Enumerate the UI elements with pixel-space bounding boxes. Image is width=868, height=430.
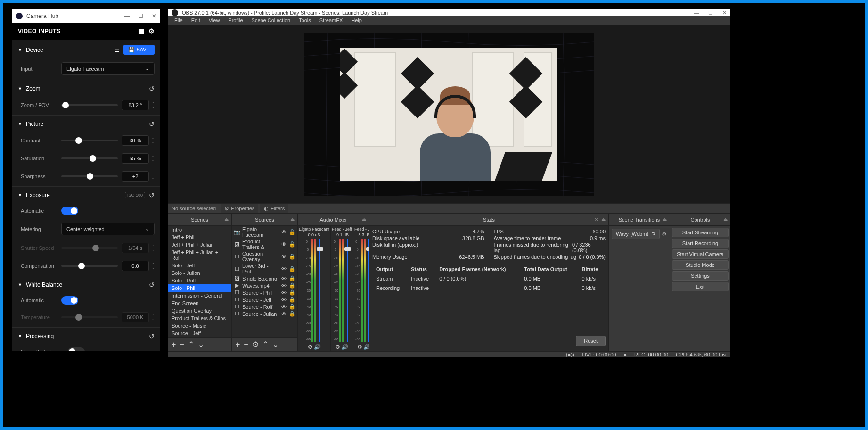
visibility-icon[interactable]: 👁 bbox=[280, 290, 287, 296]
scene-item[interactable]: Solo - Rolf bbox=[168, 277, 231, 284]
source-item[interactable]: ☐Source - Jeff👁🔒 bbox=[232, 296, 297, 303]
zoom-section-header[interactable]: ▼ Zoom ↺ bbox=[12, 80, 160, 97]
scene-item[interactable]: Solo - Julian bbox=[168, 269, 231, 277]
source-item[interactable]: 🖼Product Trailers &👁🔓 bbox=[232, 238, 297, 250]
move-down-icon[interactable]: ⌄ bbox=[272, 340, 278, 349]
scene-item[interactable]: Intermission - General bbox=[168, 292, 231, 299]
auto-wb-toggle[interactable] bbox=[61, 296, 78, 305]
layout-icon[interactable]: ▥ bbox=[138, 27, 145, 35]
minimize-icon[interactable]: — bbox=[124, 13, 130, 19]
picture-section-header[interactable]: ▼ Picture ↺ bbox=[12, 115, 160, 132]
sliders-icon[interactable]: ⚌ bbox=[114, 46, 120, 53]
visibility-icon[interactable]: 👁 bbox=[280, 311, 287, 317]
preview-canvas[interactable] bbox=[304, 33, 594, 196]
undock-icon[interactable]: ⏏ bbox=[723, 217, 728, 222]
saturation-value[interactable]: 55 % bbox=[122, 153, 149, 164]
sharpness-slider[interactable] bbox=[61, 175, 118, 177]
move-down-icon[interactable]: ⌄ bbox=[198, 340, 204, 349]
scene-item[interactable]: Jeff + Phil + Julian + Rolf bbox=[168, 248, 231, 262]
filters-button[interactable]: ◐Filters bbox=[260, 204, 288, 213]
exit-button[interactable]: Exit bbox=[672, 282, 729, 291]
undock-icon[interactable]: ⏏ bbox=[290, 217, 295, 222]
source-item[interactable]: ☐Lower 3rd - Phil👁🔒 bbox=[232, 263, 297, 275]
lock-icon[interactable]: 🔒 bbox=[289, 266, 295, 272]
scene-item[interactable]: Source - Music bbox=[168, 322, 231, 330]
reset-icon[interactable]: ↺ bbox=[149, 281, 155, 289]
contrast-slider[interactable] bbox=[61, 140, 118, 141]
channel-mute-icon[interactable]: 🔊 bbox=[363, 344, 369, 350]
lock-icon[interactable]: 🔒 bbox=[289, 289, 295, 296]
start-recording-button[interactable]: Start Recording bbox=[672, 239, 729, 248]
source-item[interactable]: 🖼Single Box.png👁🔒 bbox=[232, 275, 297, 282]
lock-icon[interactable]: 🔒 bbox=[289, 304, 295, 310]
visibility-icon[interactable]: 👁 bbox=[280, 297, 287, 303]
channel-mute-icon[interactable]: 🔊 bbox=[341, 344, 348, 350]
reset-icon[interactable]: ↺ bbox=[149, 85, 155, 92]
reset-icon[interactable]: ↺ bbox=[149, 120, 155, 128]
undock-icon[interactable]: ⏏ bbox=[224, 217, 229, 222]
visibility-icon[interactable]: 👁 bbox=[280, 304, 287, 310]
step-down-icon[interactable]: ⌄ bbox=[152, 176, 155, 180]
undock-icon[interactable]: ⏏ bbox=[663, 217, 667, 222]
minimize-icon[interactable]: — bbox=[694, 10, 699, 16]
auto-exposure-toggle[interactable] bbox=[61, 207, 78, 215]
add-icon[interactable]: + bbox=[172, 340, 176, 349]
scene-item[interactable]: Jeff + Phil + Julian bbox=[168, 241, 231, 248]
reset-icon[interactable]: ↺ bbox=[149, 191, 155, 199]
lock-icon[interactable]: 🔒 bbox=[289, 275, 295, 281]
remove-icon[interactable]: − bbox=[180, 340, 184, 349]
visibility-icon[interactable]: 👁 bbox=[280, 229, 287, 235]
source-item[interactable]: 📷Elgato Facecam👁🔓 bbox=[232, 226, 297, 238]
lock-icon[interactable]: 🔓 bbox=[289, 241, 295, 248]
menu-scene-collection[interactable]: Scene Collection bbox=[248, 16, 295, 25]
fov-value[interactable]: 83.2 ° bbox=[122, 100, 149, 110]
transition-select[interactable]: Wavy (Webm) ⇅ bbox=[612, 229, 660, 239]
menu-view[interactable]: View bbox=[205, 16, 224, 25]
visibility-icon[interactable]: 👁 bbox=[280, 276, 287, 281]
close-icon[interactable]: ✕ bbox=[152, 13, 156, 19]
step-up-icon[interactable]: ⌃ bbox=[152, 102, 155, 105]
sources-list[interactable]: 📷Elgato Facecam👁🔓🖼Product Trailers &👁🔓☐Q… bbox=[232, 226, 297, 337]
lock-icon[interactable]: 🔒 bbox=[289, 311, 295, 317]
channel-settings-icon[interactable]: ⚙ bbox=[357, 344, 362, 350]
step-down-icon[interactable]: ⌄ bbox=[152, 158, 155, 162]
scene-item[interactable]: Product Trailers & Clips bbox=[168, 314, 231, 322]
step-down-icon[interactable]: ⌄ bbox=[152, 266, 155, 269]
settings-button[interactable]: Settings bbox=[672, 271, 729, 281]
channel-fader[interactable] bbox=[319, 239, 320, 342]
channel-fader[interactable] bbox=[347, 239, 348, 342]
camhub-titlebar[interactable]: Camera Hub — ☐ ✕ bbox=[12, 9, 160, 23]
device-section-header[interactable]: ▼ Device ⚌ 💾 SAVE bbox=[12, 40, 160, 59]
camera-source-frame[interactable] bbox=[340, 48, 557, 181]
reset-icon[interactable]: ↺ bbox=[149, 332, 155, 340]
remove-icon[interactable]: − bbox=[244, 340, 248, 349]
step-up-icon[interactable]: ⌃ bbox=[152, 155, 155, 158]
close-icon[interactable]: ✕ bbox=[594, 217, 598, 222]
visibility-icon[interactable]: 👁 bbox=[280, 283, 287, 289]
properties-button[interactable]: ⚙Properties bbox=[221, 204, 258, 213]
lock-icon[interactable]: 🔒 bbox=[289, 297, 295, 303]
source-item[interactable]: ☐Source - Rolf👁🔒 bbox=[232, 303, 297, 310]
fov-slider[interactable] bbox=[61, 104, 118, 106]
source-item[interactable]: ☐Source - Phil👁🔒 bbox=[232, 289, 297, 296]
undock-icon[interactable]: ⏏ bbox=[362, 217, 366, 222]
visibility-icon[interactable]: 👁 bbox=[280, 266, 287, 272]
input-select[interactable]: Elgato Facecam ⌄ bbox=[61, 62, 155, 75]
scene-item[interactable]: Intro bbox=[168, 226, 231, 233]
sharpness-value[interactable]: +2 bbox=[122, 171, 149, 182]
lock-icon[interactable]: 🔓 bbox=[289, 229, 295, 235]
maximize-icon[interactable]: ☐ bbox=[138, 13, 143, 19]
step-down-icon[interactable]: ⌄ bbox=[152, 105, 155, 108]
obs-titlebar[interactable]: OBS 27.0.1 (64-bit, windows) - Profile: … bbox=[168, 9, 730, 16]
noise-reduction-toggle[interactable] bbox=[68, 347, 85, 351]
scene-item[interactable]: Question Overlay bbox=[168, 307, 231, 314]
menu-profile[interactable]: Profile bbox=[224, 16, 246, 25]
metering-select[interactable]: Center-weighted ⌄ bbox=[61, 223, 155, 235]
source-item[interactable]: ☐Source - Julian👁🔒 bbox=[232, 310, 297, 317]
compensation-slider[interactable] bbox=[61, 265, 118, 267]
step-down-icon[interactable]: ⌄ bbox=[152, 141, 155, 144]
scenes-list[interactable]: IntroJeff + PhilJeff + Phil + JulianJeff… bbox=[168, 226, 231, 337]
undock-icon[interactable]: ⏏ bbox=[601, 217, 606, 222]
preview-area[interactable] bbox=[168, 25, 730, 203]
saturation-slider[interactable] bbox=[61, 157, 118, 159]
